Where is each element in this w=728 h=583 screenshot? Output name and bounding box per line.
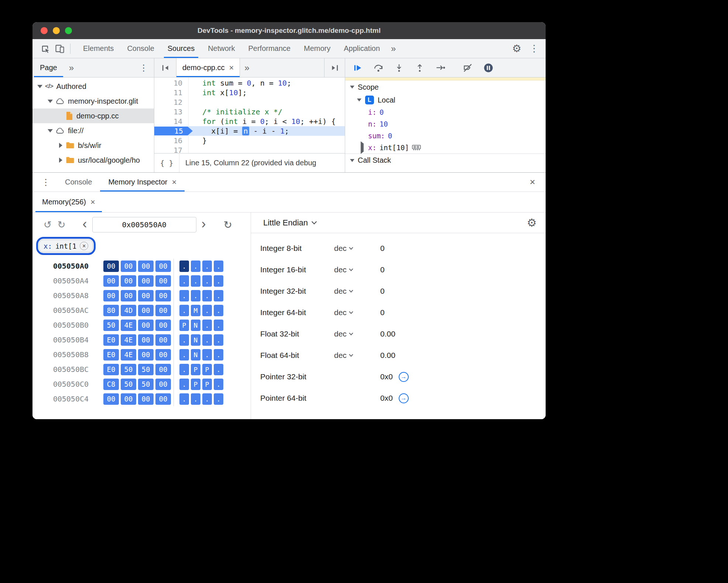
line-number[interactable]: 10: [154, 78, 188, 88]
hex-byte[interactable]: 00: [138, 290, 154, 301]
ascii-char[interactable]: .: [179, 379, 189, 390]
hex-byte[interactable]: 00: [155, 379, 171, 390]
line-number[interactable]: 11: [154, 88, 188, 97]
ascii-char[interactable]: .: [202, 320, 212, 331]
hex-byte[interactable]: 00: [138, 305, 154, 316]
device-toolbar-icon[interactable]: [52, 41, 67, 56]
hex-byte[interactable]: 00: [138, 349, 154, 361]
ascii-char[interactable]: .: [214, 305, 223, 316]
step-over-icon[interactable]: [373, 63, 384, 73]
format-select[interactable]: dec: [334, 330, 380, 338]
ascii-char[interactable]: .: [179, 349, 189, 361]
tree-item-memory-inspector-glit[interactable]: memory-inspector.glit: [32, 94, 154, 108]
execution-line-marker[interactable]: 15: [154, 127, 193, 135]
variable-tag-chip[interactable]: x: int[1 ×: [39, 239, 93, 252]
tab-demo-cpp[interactable]: demo-cpp.cc ×: [176, 58, 240, 77]
tree-item-file[interactable]: file://: [32, 123, 154, 138]
tree-item-b-s-w-ir[interactable]: b/s/w/ir: [32, 138, 154, 153]
expander-icon[interactable]: [361, 144, 364, 152]
tree-item-demo-cpp-cc[interactable]: demo-cpp.cc: [32, 108, 154, 123]
navigator-more-tabs-icon[interactable]: »: [65, 58, 78, 77]
tab-memory-256[interactable]: Memory(256) ×: [35, 192, 102, 212]
call-stack-section-header[interactable]: Call Stack: [345, 153, 546, 167]
ascii-char[interactable]: P: [191, 379, 200, 390]
hex-byte[interactable]: C8: [103, 379, 119, 390]
navigator-kebab-icon[interactable]: ⋮: [133, 63, 154, 73]
tree-item-authored[interactable]: </>Authored: [32, 79, 154, 94]
hex-byte[interactable]: 00: [155, 290, 171, 301]
pause-on-exceptions-icon[interactable]: [483, 63, 494, 73]
next-page-icon[interactable]: ›: [198, 217, 210, 231]
code-editor[interactable]: 10 int sum = 0, n = 10;11 int x[10];1213…: [154, 77, 345, 153]
hex-byte[interactable]: 00: [138, 275, 154, 287]
hex-byte[interactable]: 00: [155, 393, 171, 405]
expander-icon[interactable]: [56, 158, 65, 163]
hex-byte[interactable]: 00: [138, 334, 154, 346]
expander-icon[interactable]: [46, 129, 55, 132]
ascii-char[interactable]: .: [191, 290, 200, 301]
ascii-char[interactable]: .: [202, 261, 212, 272]
scope-section-header[interactable]: Scope: [345, 80, 546, 94]
hex-byte[interactable]: 00: [155, 275, 171, 287]
hex-byte[interactable]: 50: [121, 364, 136, 375]
hex-byte[interactable]: 4E: [121, 349, 136, 361]
ascii-char[interactable]: .: [214, 290, 223, 301]
ascii-char[interactable]: .: [214, 393, 223, 405]
tab-console[interactable]: Console: [120, 39, 161, 58]
hex-byte[interactable]: 00: [138, 393, 154, 405]
hex-byte[interactable]: 00: [103, 393, 119, 405]
tab-elements[interactable]: Elements: [76, 39, 120, 58]
hex-byte[interactable]: 4D: [121, 305, 136, 316]
hex-byte[interactable]: 00: [155, 320, 171, 331]
pretty-print-button[interactable]: { }: [154, 153, 179, 172]
line-number[interactable]: 16: [154, 136, 188, 145]
ascii-char[interactable]: .: [191, 275, 200, 287]
close-drawer-icon[interactable]: ×: [530, 176, 546, 188]
ascii-char[interactable]: .: [179, 290, 189, 301]
ascii-char[interactable]: .: [179, 305, 189, 316]
hex-byte[interactable]: 50: [138, 379, 154, 390]
ascii-char[interactable]: .: [214, 320, 223, 331]
hex-byte[interactable]: E0: [103, 334, 119, 346]
ascii-char[interactable]: .: [214, 349, 223, 361]
address-input[interactable]: [92, 217, 196, 232]
tree-item-usr-local-google-ho[interactable]: usr/local/google/ho: [32, 153, 154, 168]
ascii-char[interactable]: .: [214, 261, 223, 272]
hex-byte[interactable]: 00: [155, 261, 171, 272]
ascii-char[interactable]: N: [191, 334, 200, 346]
ascii-char[interactable]: .: [202, 275, 212, 287]
ascii-char[interactable]: M: [191, 305, 200, 316]
ascii-char[interactable]: .: [179, 261, 189, 272]
show-debugger-icon[interactable]: [324, 58, 345, 77]
close-memory-tab-icon[interactable]: ×: [90, 198, 95, 206]
previous-page-icon[interactable]: ‹: [79, 217, 91, 231]
tab-page[interactable]: Page: [32, 58, 65, 77]
tab-performance[interactable]: Performance: [242, 39, 298, 58]
tab-sources[interactable]: Sources: [161, 39, 201, 58]
ascii-char[interactable]: N: [191, 320, 200, 331]
resume-script-icon[interactable]: [353, 63, 363, 73]
open-memory-inspector-icon[interactable]: [412, 145, 421, 151]
ascii-char[interactable]: .: [202, 290, 212, 301]
expander-icon[interactable]: [56, 143, 65, 148]
hex-byte[interactable]: 00: [121, 393, 136, 405]
hex-byte[interactable]: 00: [103, 275, 119, 287]
ascii-char[interactable]: .: [214, 379, 223, 390]
hex-byte[interactable]: E0: [103, 349, 119, 361]
ascii-char[interactable]: .: [202, 349, 212, 361]
hex-byte[interactable]: 4E: [121, 334, 136, 346]
history-forward-icon[interactable]: ↻: [55, 219, 69, 231]
jump-to-address-icon[interactable]: →: [399, 393, 409, 403]
editor-more-tabs-icon[interactable]: »: [240, 58, 254, 77]
ascii-char[interactable]: .: [202, 305, 212, 316]
hex-byte[interactable]: 00: [138, 261, 154, 272]
close-tab-icon[interactable]: ×: [172, 178, 176, 186]
line-number[interactable]: 13: [154, 107, 188, 117]
history-back-icon[interactable]: ↺: [41, 219, 55, 231]
hex-byte[interactable]: 50: [103, 320, 119, 331]
drawer-tab-console[interactable]: Console: [57, 173, 100, 192]
zoom-window-button[interactable]: [65, 27, 72, 34]
jump-to-address-icon[interactable]: →: [399, 372, 409, 382]
scope-variable-x[interactable]: x:int[10]: [345, 142, 546, 153]
minimize-window-button[interactable]: [53, 27, 60, 34]
